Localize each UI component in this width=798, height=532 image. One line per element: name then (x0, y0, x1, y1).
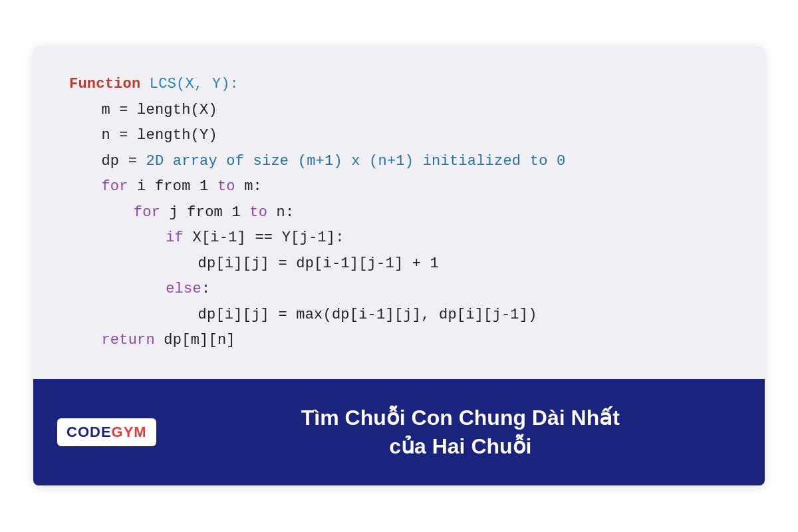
code-token: dp = (101, 153, 146, 170)
code-token: (m+1) x (n+1) initialized (289, 153, 529, 170)
logo-box: CODEGYM (57, 418, 156, 446)
code-token: j from 1 (160, 204, 249, 221)
code-token: to (217, 178, 235, 195)
code-token: m = length(X) (101, 102, 217, 118)
code-token: 2D array of (146, 153, 253, 170)
code-line: dp = 2D array of size (m+1) x (n+1) init… (69, 149, 729, 175)
code-token: for (101, 178, 128, 195)
code-token: size (253, 153, 289, 170)
code-token: LCS(X, Y): (150, 76, 239, 92)
code-token: dp[i][j] = max(dp[i-1][j], dp[i][j-1]) (198, 307, 537, 323)
code-token: to (530, 153, 548, 170)
code-line: for j from 1 to n: (69, 200, 729, 226)
code-token: return (101, 332, 155, 348)
main-card: Function LCS(X, Y):m = length(X)n = leng… (33, 47, 765, 485)
code-token: : (201, 281, 210, 297)
logo-gym: GYM (112, 424, 147, 440)
code-token: if (166, 229, 184, 246)
footer: CODEGYM Tìm Chuỗi Con Chung Dài Nhất của… (33, 379, 765, 485)
code-token: X[i-1] == Y[j-1]: (184, 229, 344, 246)
code-token: n = length(Y) (101, 127, 217, 144)
code-token: else (166, 281, 201, 297)
footer-title-line2: của Hai Chuỗi (180, 432, 741, 461)
code-token: dp[i][j] = dp[i-1][j-1] + 1 (198, 255, 439, 272)
code-line: m = length(X) (69, 98, 729, 124)
code-token: n: (267, 204, 294, 221)
footer-title: Tìm Chuỗi Con Chung Dài Nhất của Hai Chu… (180, 404, 741, 461)
code-token: for (134, 204, 160, 221)
code-token: to (249, 204, 267, 221)
footer-title-line1: Tìm Chuỗi Con Chung Dài Nhất (180, 404, 741, 432)
code-line: return dp[m][n] (69, 328, 729, 354)
code-line: for i from 1 to m: (69, 174, 729, 200)
code-line: if X[i-1] == Y[j-1]: (69, 225, 729, 251)
code-block: Function LCS(X, Y):m = length(X)n = leng… (33, 47, 765, 379)
code-token: m: (235, 178, 262, 195)
code-token: i from 1 (128, 178, 217, 195)
logo-code: CODE (66, 424, 112, 440)
code-line: dp[i][j] = max(dp[i-1][j], dp[i][j-1]) (69, 303, 729, 329)
code-token: 0 (548, 153, 566, 170)
code-token: dp[m][n] (155, 332, 235, 348)
code-line: n = length(Y) (69, 123, 729, 149)
code-line: dp[i][j] = dp[i-1][j-1] + 1 (69, 251, 729, 277)
code-token: Function (69, 76, 150, 92)
logo-text: CODEGYM (66, 424, 147, 440)
code-line: Function LCS(X, Y): (69, 72, 729, 98)
code-line: else: (69, 277, 729, 303)
